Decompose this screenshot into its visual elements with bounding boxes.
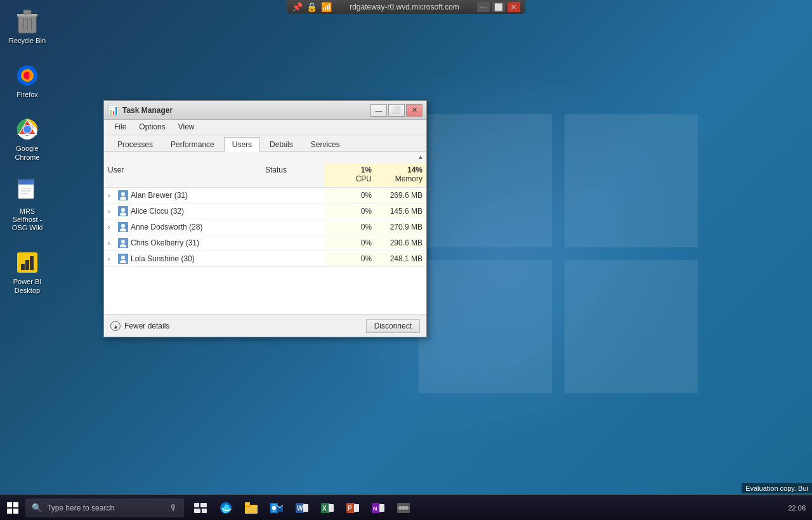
- taskbar-word[interactable]: W: [291, 495, 313, 521]
- svg-rect-58: [303, 504, 308, 512]
- recycle-bin-icon[interactable]: Recycle Bin: [5, 6, 49, 48]
- svg-rect-67: [379, 504, 384, 512]
- table-header: User Status 1% CPU 14% Memory: [104, 162, 426, 188]
- fewer-details-icon: ▴: [110, 321, 121, 331]
- col-header-status[interactable]: Status: [261, 163, 325, 186]
- cpu-cell: 0%: [325, 204, 376, 218]
- cpu-cell: 0%: [325, 252, 376, 266]
- menu-options[interactable]: Options: [134, 121, 170, 133]
- svg-point-55: [272, 506, 276, 510]
- taskbar-extra-app[interactable]: [392, 495, 415, 521]
- rdp-toolbar-icons: 📌 🔒 📶: [292, 2, 332, 12]
- tab-users[interactable]: Users: [224, 137, 260, 152]
- svg-point-39: [121, 256, 125, 259]
- user-cell: › Chris Okelberry (31): [104, 235, 261, 250]
- taskbar-task-view[interactable]: [189, 495, 212, 521]
- expand-arrow[interactable]: ›: [108, 256, 115, 263]
- mrs-selfhost-image: [15, 179, 40, 205]
- chrome-label: Google Chrome: [8, 145, 47, 161]
- user-avatar: [118, 238, 128, 248]
- svg-text:W: W: [297, 505, 303, 512]
- fewer-details-label: Fewer details: [124, 322, 169, 330]
- task-manager-titlebar: 📊 Task Manager — ⬜ ✕: [104, 101, 426, 120]
- svg-rect-6: [23, 10, 31, 14]
- taskbar-apps: W X P: [189, 495, 415, 521]
- rdp-toolbar: 📌 🔒 📶 rdgateway-r0.wvd.microsoft.com — ⬜…: [287, 0, 525, 14]
- rdp-minimize-button[interactable]: —: [477, 2, 490, 12]
- taskbar-excel[interactable]: X: [316, 495, 339, 521]
- user-name: Lola Sunshine (30): [131, 254, 195, 263]
- svg-rect-47: [194, 509, 200, 513]
- tm-maximize-button[interactable]: ⬜: [388, 104, 405, 117]
- table-row[interactable]: › Alan Brewer (31) 0% 269.6 MB: [104, 188, 426, 204]
- start-button[interactable]: [0, 495, 25, 521]
- voice-search-icon[interactable]: 🎙: [169, 503, 178, 512]
- rdp-title: rdgateway-r0.wvd.microsoft.com: [337, 3, 472, 11]
- svg-rect-48: [202, 509, 207, 513]
- taskbar-edge[interactable]: [214, 495, 237, 521]
- cpu-pct-header: 1%: [329, 166, 372, 174]
- svg-point-27: [121, 192, 125, 196]
- rdp-lock-icon[interactable]: 🔒: [306, 2, 317, 12]
- svg-rect-52: [245, 502, 250, 505]
- user-cell: › Alice Ciccu (32): [104, 204, 261, 219]
- search-placeholder: Type here to search: [47, 504, 114, 512]
- svg-rect-46: [200, 503, 207, 507]
- sort-arrow-up[interactable]: ▲: [417, 153, 424, 160]
- cpu-cell: 0%: [325, 188, 376, 202]
- expand-arrow[interactable]: ›: [108, 240, 115, 247]
- taskbar-search-box[interactable]: 🔍 Type here to search 🎙: [25, 498, 184, 517]
- rdp-restore-button[interactable]: ⬜: [492, 2, 505, 12]
- tab-details[interactable]: Details: [261, 137, 301, 152]
- chrome-image: [15, 117, 40, 142]
- rdp-close-button[interactable]: ✕: [508, 2, 520, 12]
- rdp-signal-icon[interactable]: 📶: [321, 2, 332, 12]
- col-header-memory[interactable]: 14% Memory: [376, 163, 426, 186]
- user-avatar: [118, 206, 128, 216]
- status-cell: [261, 209, 325, 214]
- svg-rect-24: [25, 260, 29, 270]
- task-manager-footer: ▴ Fewer details Disconnect: [104, 315, 426, 337]
- taskbar-powerpoint[interactable]: P: [341, 495, 364, 521]
- mrs-selfhost-icon[interactable]: MRS Selfhost - OSG Wiki: [5, 177, 49, 235]
- firefox-image: [15, 63, 40, 88]
- disconnect-button[interactable]: Disconnect: [366, 319, 420, 333]
- menu-file[interactable]: File: [109, 121, 131, 133]
- tab-processes[interactable]: Processes: [109, 137, 161, 152]
- svg-text:N: N: [373, 505, 377, 512]
- user-name: Alice Ciccu (32): [131, 207, 184, 216]
- table-row[interactable]: › Chris Okelberry (31) 0% 290.6 MB: [104, 235, 426, 251]
- svg-rect-64: [354, 504, 359, 512]
- expand-arrow[interactable]: ›: [108, 192, 115, 199]
- tab-performance[interactable]: Performance: [162, 137, 223, 152]
- svg-point-33: [121, 224, 125, 228]
- col-header-cpu[interactable]: 1% CPU: [325, 163, 376, 186]
- table-row[interactable]: › Lola Sunshine (30) 0% 248.1 MB: [104, 251, 426, 267]
- fewer-details-button[interactable]: ▴ Fewer details: [110, 321, 169, 331]
- taskbar-onenote[interactable]: N: [367, 495, 390, 521]
- expand-arrow[interactable]: ›: [108, 224, 115, 231]
- svg-rect-23: [21, 264, 25, 270]
- table-row[interactable]: › Alice Ciccu (32) 0% 145.6 MB: [104, 204, 426, 219]
- firefox-icon[interactable]: Firefox: [5, 60, 49, 101]
- table-row[interactable]: › Anne Dodsworth (28) 0% 270.9 MB: [104, 219, 426, 235]
- titlebar-left: 📊 Task Manager: [108, 105, 173, 115]
- taskbar-outlook[interactable]: [265, 495, 288, 521]
- status-cell: [261, 193, 325, 198]
- google-chrome-icon[interactable]: Google Chrome: [5, 114, 49, 164]
- tab-services[interactable]: Services: [303, 137, 348, 152]
- firefox-label: Firefox: [16, 91, 38, 99]
- menu-view[interactable]: View: [173, 121, 200, 133]
- taskbar-file-explorer[interactable]: [240, 495, 263, 521]
- svg-rect-3: [565, 260, 698, 393]
- cpu-cell: 0%: [325, 236, 376, 250]
- power-bi-icon[interactable]: Power BI Desktop: [5, 247, 49, 297]
- tm-close-button[interactable]: ✕: [406, 104, 422, 117]
- rdp-pin-icon[interactable]: 📌: [292, 2, 303, 12]
- tm-minimize-button[interactable]: —: [370, 104, 387, 117]
- col-header-user[interactable]: User: [104, 163, 261, 186]
- svg-rect-0: [419, 114, 552, 247]
- expand-arrow[interactable]: ›: [108, 208, 115, 215]
- svg-rect-25: [30, 256, 34, 270]
- titlebar-controls: — ⬜ ✕: [370, 104, 422, 117]
